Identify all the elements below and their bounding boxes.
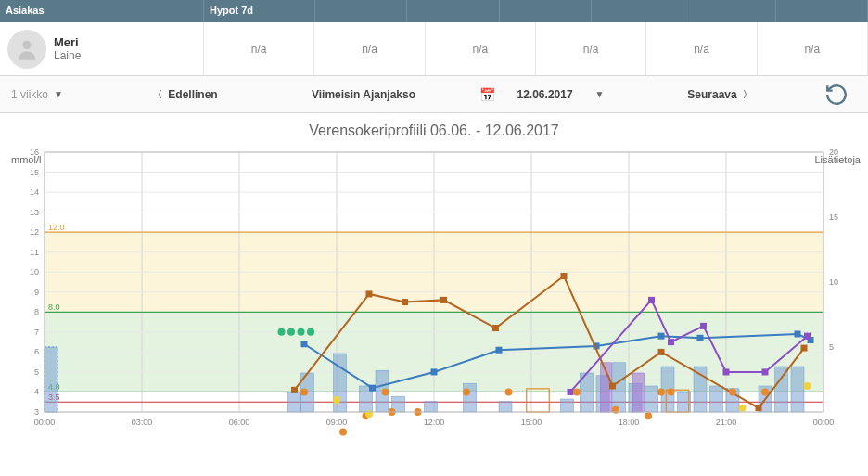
svg-point-124 <box>729 388 736 395</box>
patient-info[interactable]: Meri Laine <box>0 22 204 75</box>
header-blank <box>315 0 407 22</box>
svg-text:5: 5 <box>829 342 834 352</box>
reload-icon <box>824 83 849 107</box>
svg-point-122 <box>657 388 665 395</box>
chevron-down-icon: ▼ <box>54 89 63 99</box>
value-cell: n/a <box>204 22 314 75</box>
svg-text:09:00: 09:00 <box>326 418 348 427</box>
prev-label: Edellinen <box>168 88 217 101</box>
svg-rect-105 <box>762 368 769 375</box>
svg-text:03:00: 03:00 <box>132 418 153 427</box>
svg-text:5: 5 <box>34 367 39 377</box>
svg-text:7: 7 <box>34 328 39 337</box>
svg-text:10: 10 <box>30 267 39 277</box>
date-value: 12.06.2017 <box>517 88 573 101</box>
svg-text:14: 14 <box>30 187 39 197</box>
svg-rect-99 <box>801 345 808 352</box>
svg-point-109 <box>298 328 305 336</box>
svg-text:8.0: 8.0 <box>48 302 60 312</box>
svg-rect-95 <box>561 273 568 279</box>
header-blank <box>683 0 775 22</box>
svg-rect-62 <box>561 399 574 412</box>
svg-text:11: 11 <box>30 248 39 257</box>
chevron-left-icon: 〈 <box>153 88 162 101</box>
prev-button[interactable]: 〈 Edellinen <box>96 76 274 113</box>
header-col-hypot: Hypot 7d <box>204 0 315 22</box>
svg-rect-96 <box>609 383 616 390</box>
value-cell: n/a <box>758 22 868 75</box>
header-col-patient: Asiakas <box>0 0 204 22</box>
value-cell: n/a <box>536 22 646 75</box>
value-cell: n/a <box>646 22 757 75</box>
svg-text:9: 9 <box>34 288 39 297</box>
svg-rect-82 <box>369 385 376 392</box>
svg-point-123 <box>668 388 675 395</box>
svg-point-119 <box>573 388 581 395</box>
avatar <box>7 30 46 69</box>
person-icon <box>14 36 40 62</box>
reload-button[interactable] <box>809 83 864 107</box>
svg-rect-91 <box>366 290 373 297</box>
svg-point-112 <box>339 429 347 436</box>
first-name: Meri <box>54 35 81 49</box>
svg-rect-61 <box>499 402 512 412</box>
svg-text:8: 8 <box>34 307 39 316</box>
svg-rect-93 <box>440 297 447 303</box>
svg-text:12:00: 12:00 <box>424 418 445 427</box>
svg-rect-90 <box>291 387 298 393</box>
svg-rect-60 <box>464 383 477 412</box>
svg-rect-97 <box>658 349 665 355</box>
svg-text:6: 6 <box>34 347 39 356</box>
svg-point-110 <box>307 328 314 336</box>
svg-point-128 <box>739 405 747 412</box>
svg-rect-106 <box>804 333 811 340</box>
svg-text:12: 12 <box>30 227 39 237</box>
svg-rect-102 <box>668 339 674 345</box>
latest-button[interactable]: Viimeisin Ajanjakso <box>274 76 453 113</box>
svg-rect-88 <box>795 331 801 338</box>
svg-rect-92 <box>402 299 408 305</box>
latest-label: Viimeisin Ajanjakso <box>312 88 415 101</box>
svg-point-117 <box>463 388 470 395</box>
svg-rect-87 <box>697 335 704 341</box>
svg-rect-77 <box>632 373 644 412</box>
svg-point-127 <box>365 410 373 418</box>
svg-rect-59 <box>425 402 438 412</box>
header-row: Asiakas Hypot 7d <box>0 0 868 22</box>
calendar-icon: 📅 <box>479 87 495 102</box>
header-blank <box>500 0 592 22</box>
svg-point-118 <box>505 388 513 395</box>
svg-text:10: 10 <box>829 277 838 287</box>
svg-rect-52 <box>45 347 57 412</box>
svg-point-0 <box>22 40 31 48</box>
date-picker[interactable]: 📅 12.06.2017 ▼ <box>453 76 631 113</box>
chevron-right-icon: 〉 <box>743 88 752 101</box>
range-label: 1 viikko <box>11 88 48 101</box>
svg-text:15: 15 <box>30 168 39 177</box>
svg-text:12.0: 12.0 <box>48 223 65 232</box>
svg-rect-104 <box>723 368 730 375</box>
glucose-chart: 345678910111213141516510152012.08.04.03.… <box>4 143 864 440</box>
svg-text:15:00: 15:00 <box>521 418 542 427</box>
svg-rect-84 <box>496 347 503 354</box>
svg-rect-86 <box>658 333 665 340</box>
next-button[interactable]: Seuraava 〉 <box>631 76 809 113</box>
svg-rect-70 <box>694 367 707 412</box>
svg-rect-94 <box>492 325 499 331</box>
header-blank <box>592 0 683 22</box>
svg-rect-101 <box>648 297 655 303</box>
svg-point-121 <box>645 412 652 419</box>
chart-container: Verensokeriprofiili 06.06. - 12.06.2017 … <box>0 113 868 444</box>
value-cell: n/a <box>426 22 536 75</box>
svg-point-107 <box>278 328 286 336</box>
svg-text:3: 3 <box>34 407 39 417</box>
svg-point-111 <box>300 388 308 395</box>
svg-point-108 <box>287 328 295 336</box>
chart-title: Verensokeriprofiili 06.06. - 12.06.2017 <box>4 122 864 139</box>
toolbar: 1 viikko ▼ 〈 Edellinen Viimeisin Ajanjak… <box>0 76 868 113</box>
svg-rect-83 <box>431 368 438 375</box>
svg-rect-103 <box>700 323 707 329</box>
chevron-down-icon: ▼ <box>595 89 605 99</box>
svg-text:00:00: 00:00 <box>34 418 56 427</box>
range-dropdown[interactable]: 1 viikko ▼ <box>4 84 96 105</box>
